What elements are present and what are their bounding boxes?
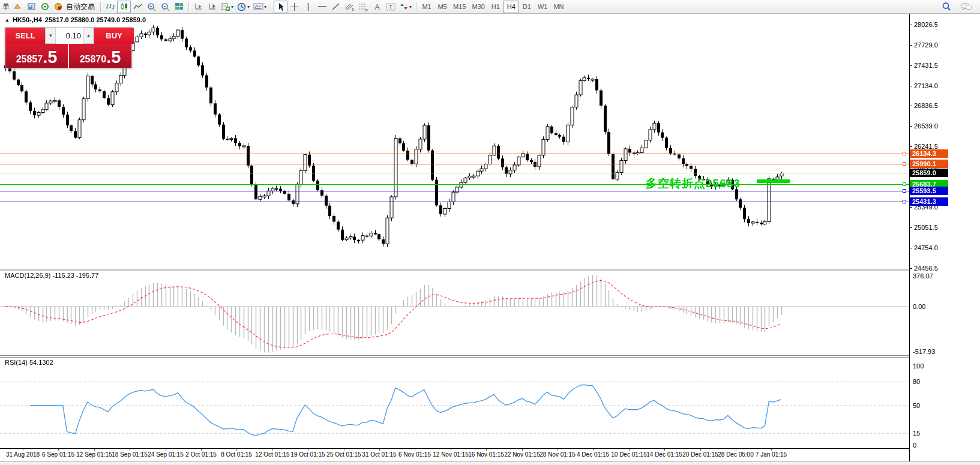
horizontal-line-25990.1[interactable] [0, 164, 909, 164]
fibonacci-tool[interactable]: F [356, 1, 370, 13]
date-tick-label: 28 Nov 01:15 [540, 451, 576, 458]
date-tick-label: 10 Dec 01:15 [611, 451, 647, 458]
toolbar-right [940, 1, 980, 13]
date-tick-mark [736, 449, 736, 451]
date-tick-label: 22 Nov 01:15 [504, 451, 540, 458]
macd-axis-label: -517.93 [913, 348, 935, 355]
periods-button[interactable]: ▾ [235, 1, 251, 13]
date-tick-mark [522, 449, 523, 451]
tile-windows-icon[interactable] [172, 1, 186, 13]
macd-label: MACD(12,26,9) -115.23 -195.77 [5, 272, 98, 279]
date-tick-mark [344, 449, 344, 451]
new-order-label[interactable]: 单 [1, 2, 11, 12]
sell-price-main: 25857 [16, 53, 43, 66]
rsi-axis-label: 0 [913, 442, 916, 449]
rsi-axis-label: 15 [913, 430, 920, 437]
bar-chart-icon[interactable] [103, 1, 117, 13]
chart-shift-icon[interactable] [205, 1, 219, 13]
svg-text:F: F [365, 8, 368, 11]
price-tick-label: 27729.0 [914, 41, 938, 49]
tf-button-H1[interactable]: H1 [488, 1, 504, 13]
tf-button-M5[interactable]: M5 [434, 1, 450, 13]
trendline-tool[interactable] [329, 1, 343, 13]
tf-button-MN[interactable]: MN [550, 1, 567, 13]
macd-axis-label: 0.00 [913, 303, 925, 310]
text-label-tool[interactable]: T [384, 1, 398, 13]
axis-tick-mark [910, 106, 912, 106]
text-tool[interactable]: A [370, 1, 384, 13]
date-tick-mark [700, 449, 701, 451]
buy-button[interactable]: BUY [94, 28, 134, 44]
turning-point-annotation[interactable]: 多空转折点25683 [646, 176, 741, 191]
tf-button-M15[interactable]: M15 [450, 1, 469, 13]
date-tick-label: 16 Nov 01:15 [468, 451, 504, 458]
line-handle[interactable] [903, 200, 906, 203]
chart-title: ▲ HK50-,H4 25817.0 25880.0 25749.0 25859… [5, 16, 146, 23]
tf-button-H4[interactable]: H4 [504, 1, 519, 13]
cursor-tool[interactable] [274, 1, 287, 13]
turning-point-trend-segment[interactable] [757, 179, 790, 183]
pane-splitter[interactable] [0, 355, 980, 358]
date-tick-mark [486, 449, 487, 451]
date-tick-label: 6 Nov 01:15 [398, 451, 431, 458]
date-axis[interactable]: 31 Aug 20186 Sep 01:1512 Sep 01:1518 Sep… [0, 449, 909, 461]
price-tick-label: 26836.5 [914, 102, 938, 109]
chart-window: ▲ HK50-,H4 25817.0 25880.0 25749.0 25859… [0, 14, 980, 465]
one-click-trading-panel: SELL ▼ ▲ BUY 25857 .5 25870 .5 [5, 27, 132, 68]
horizontal-line-tool[interactable] [315, 1, 329, 13]
date-tick-mark [308, 449, 308, 451]
auto-scroll-icon[interactable] [191, 1, 205, 13]
arrows-tool[interactable]: ▾ [398, 1, 413, 13]
new-chart-button[interactable]: ▾ [219, 1, 235, 13]
zoom-in-icon[interactable] [145, 1, 158, 13]
line-handle[interactable] [903, 182, 906, 186]
chevron-down-icon: ▾ [409, 4, 412, 10]
templates-button[interactable]: ▾ [251, 1, 268, 13]
autotrading-label: 自动交易 [65, 2, 96, 12]
sell-price-decimal: .5 [43, 49, 57, 66]
crosshair-tool[interactable] [287, 1, 301, 13]
volume-increase-button[interactable]: ▲ [83, 28, 94, 44]
pane-splitter[interactable] [0, 269, 980, 271]
volume-decrease-button[interactable]: ▼ [46, 28, 56, 44]
mt4-window: 单 自动交易 ▾ [0, 0, 980, 465]
horizontal-line-26134.3[interactable] [0, 154, 909, 154]
tf-button-M30[interactable]: M30 [469, 1, 487, 13]
line-handle[interactable] [903, 152, 906, 155]
search-icon[interactable] [940, 1, 954, 13]
volume-input[interactable] [56, 28, 83, 44]
vertical-line-tool[interactable] [301, 1, 315, 13]
horizontal-line-25431.3[interactable] [0, 202, 909, 202]
horizontal-line-25593.5[interactable] [0, 191, 909, 191]
date-tick-label: 31 Aug 2018 [6, 451, 40, 458]
strategy-tester-icon[interactable] [38, 1, 52, 13]
candlestick-chart[interactable] [0, 14, 909, 269]
date-tick-mark [236, 449, 237, 451]
svg-text:T: T [389, 4, 392, 10]
macd-indicator-chart[interactable] [0, 271, 909, 355]
chat-icon[interactable] [958, 1, 974, 13]
autotrading-button[interactable]: 自动交易 [52, 1, 98, 13]
line-handle[interactable] [903, 162, 906, 166]
rsi-indicator-chart[interactable] [0, 358, 909, 448]
sell-button[interactable]: SELL [5, 28, 45, 44]
buy-price[interactable]: 25870 .5 [69, 44, 131, 68]
terminal-icon[interactable] [25, 1, 38, 13]
equidistant-channel-tool[interactable]: E [343, 1, 356, 13]
price-axis[interactable]: 28026.527729.027431.527134.026836.526539… [910, 14, 980, 461]
sell-price[interactable]: 25857 .5 [5, 44, 68, 68]
tf-button-D1[interactable]: D1 [519, 1, 535, 13]
date-tick-mark [94, 449, 95, 451]
zoom-out-icon[interactable] [158, 1, 172, 13]
macd-axis-label: 376.07 [913, 272, 933, 280]
rsi-axis-label: 100 [913, 362, 924, 370]
tf-button-W1[interactable]: W1 [535, 1, 551, 13]
market-watch-icon[interactable] [11, 1, 25, 13]
price-tick-label: 24456.5 [914, 265, 938, 272]
line-handle[interactable] [903, 189, 906, 193]
separator [188, 2, 189, 12]
line-chart-icon[interactable] [131, 1, 145, 13]
horizontal-line-25683.7[interactable] [0, 184, 909, 185]
candlestick-chart-icon[interactable] [117, 1, 131, 13]
tf-button-M1[interactable]: M1 [419, 1, 434, 13]
